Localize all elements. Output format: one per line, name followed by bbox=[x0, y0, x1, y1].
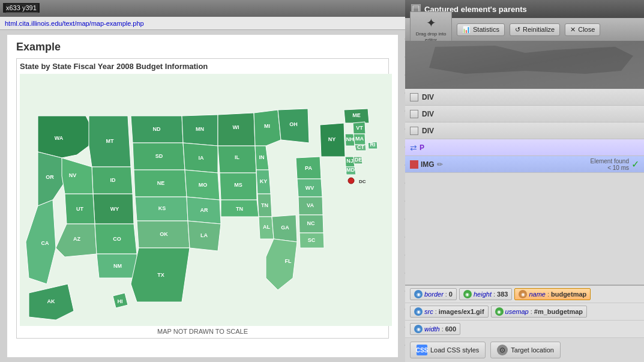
svg-text:DC: DC bbox=[359, 179, 366, 184]
svg-text:WA: WA bbox=[55, 135, 64, 141]
reinitialize-icon: ↺ bbox=[515, 26, 520, 34]
css-icon: CSS bbox=[417, 345, 427, 355]
attr-usemap[interactable]: ◉ usemap : #m_budgetmap bbox=[491, 306, 588, 318]
svg-text:MN: MN bbox=[196, 126, 204, 132]
dom-item-div3[interactable]: DIV bbox=[405, 122, 644, 139]
dom-tag-p: P bbox=[420, 143, 424, 152]
img-indicator bbox=[410, 160, 418, 169]
svg-text:MA: MA bbox=[355, 136, 364, 142]
map-thumbnail bbox=[405, 41, 644, 89]
map-heading: State by State Fiscal Year 2008 Budget I… bbox=[20, 62, 385, 71]
dom-checkbox-div2[interactable] bbox=[410, 110, 418, 118]
dom-checkbox-div3[interactable] bbox=[410, 127, 418, 135]
svg-text:UT: UT bbox=[76, 206, 83, 212]
svg-text:NM: NM bbox=[113, 263, 122, 269]
attrs-row-1: ◉ border : 0 ◉ height : 383 ◉ name : bud… bbox=[405, 286, 644, 303]
svg-text:MD: MD bbox=[346, 167, 355, 173]
dom-tag-div1: DIV bbox=[422, 93, 434, 101]
svg-text:WY: WY bbox=[110, 206, 119, 212]
svg-text:KS: KS bbox=[158, 205, 166, 211]
svg-text:AR: AR bbox=[200, 207, 208, 213]
url-bar: html.cita.illinois.edu/text/map/map-exam… bbox=[0, 17, 405, 30]
svg-text:MI: MI bbox=[264, 123, 270, 129]
svg-text:OH: OH bbox=[289, 121, 298, 127]
attr-name[interactable]: ◉ name : budgetmap bbox=[514, 288, 591, 300]
svg-text:NC: NC bbox=[307, 220, 315, 226]
pencil-icon: ✏ bbox=[437, 160, 443, 169]
attr-height-icon: ◉ bbox=[463, 290, 472, 298]
svg-text:MS: MS bbox=[234, 182, 242, 188]
svg-text:DE: DE bbox=[355, 157, 363, 163]
dom-tag-div3: DIV bbox=[422, 127, 434, 135]
attrs-row-2: ◉ src : images/ex1.gif ◉ usemap : #m_bud… bbox=[405, 303, 644, 321]
action-buttons: CSS Load CSS styles ⊙ Target location bbox=[405, 338, 644, 362]
page-content: Example State by State Fiscal Year 2008 … bbox=[0, 30, 405, 362]
svg-text:TN: TN bbox=[261, 202, 268, 208]
attr-height[interactable]: ◉ height : 383 bbox=[459, 288, 512, 300]
dom-tag-div2: DIV bbox=[422, 110, 434, 118]
inspector-panel: Captured element's parents ✦ Drag drop i… bbox=[405, 0, 644, 362]
target-location-button[interactable]: ⊙ Target location bbox=[490, 342, 561, 358]
svg-text:IA: IA bbox=[199, 155, 205, 161]
inspector-toolbar: ✦ Drag drop intoeditor 📊 Statistics ↺ Re… bbox=[405, 18, 644, 41]
svg-text:SD: SD bbox=[155, 153, 163, 159]
element-found-badge: Element found < 10 ms bbox=[591, 158, 630, 171]
attrs-row-3: ◉ width : 600 bbox=[405, 321, 644, 338]
svg-text:IN: IN bbox=[259, 154, 265, 160]
svg-text:NY: NY bbox=[328, 136, 336, 142]
map-section: State by State Fiscal Year 2008 Budget I… bbox=[16, 58, 389, 339]
page-title: Example bbox=[16, 41, 389, 53]
svg-text:OR: OR bbox=[46, 174, 54, 180]
svg-text:IL: IL bbox=[235, 154, 240, 160]
svg-text:FL: FL bbox=[285, 258, 292, 264]
svg-text:HI: HI bbox=[118, 298, 123, 304]
browser-panel: x633 y391 ✕ Close html.cita.illinois.edu… bbox=[0, 0, 405, 362]
svg-text:WI: WI bbox=[233, 124, 239, 130]
svg-text:WV: WV bbox=[305, 185, 314, 191]
svg-text:PA: PA bbox=[305, 165, 312, 171]
coord-display: x633 y391 bbox=[3, 3, 40, 13]
attr-border-icon: ◉ bbox=[414, 290, 423, 298]
dom-item-img[interactable]: IMG ✏ Element found < 10 ms ✓ bbox=[405, 156, 644, 173]
check-icon: ✓ bbox=[631, 158, 639, 170]
svg-text:CO: CO bbox=[113, 236, 121, 242]
map-scale-note: MAP NOT DRAWN TO SCALE bbox=[20, 328, 385, 335]
svg-text:ID: ID bbox=[110, 177, 116, 183]
attr-width[interactable]: ◉ width : 600 bbox=[410, 323, 460, 335]
svg-text:NJ: NJ bbox=[346, 158, 354, 164]
close-bar: ✕ Close bbox=[0, 0, 405, 17]
svg-text:VT: VT bbox=[356, 125, 363, 131]
svg-text:KY: KY bbox=[260, 178, 268, 184]
attr-name-icon: ◉ bbox=[519, 290, 527, 298]
attr-src[interactable]: ◉ src : images/ex1.gif bbox=[410, 306, 489, 318]
dom-tag-img: IMG bbox=[421, 160, 435, 169]
dc-marker bbox=[348, 178, 354, 184]
dom-item-div1[interactable]: DIV bbox=[405, 89, 644, 106]
svg-text:ND: ND bbox=[153, 126, 161, 132]
svg-text:NV: NV bbox=[69, 172, 77, 178]
arrow-icon: ⇄ bbox=[410, 143, 417, 152]
svg-text:TX: TX bbox=[157, 272, 164, 278]
load-css-button[interactable]: CSS Load CSS styles bbox=[410, 342, 486, 358]
attributes-section: ◉ border : 0 ◉ height : 383 ◉ name : bud… bbox=[405, 285, 644, 338]
attr-border[interactable]: ◉ border : 0 bbox=[410, 288, 457, 300]
svg-text:AZ: AZ bbox=[73, 236, 80, 242]
dom-item-div2[interactable]: DIV bbox=[405, 106, 644, 122]
reinitialize-button[interactable]: ↺ Reinitialize bbox=[510, 23, 560, 36]
attr-src-icon: ◉ bbox=[414, 307, 423, 316]
dom-checkbox-div1[interactable] bbox=[410, 93, 418, 101]
svg-text:NH: NH bbox=[346, 136, 354, 142]
dom-item-p[interactable]: ⇄ P bbox=[405, 139, 644, 156]
drag-drop-icon: ✦ bbox=[426, 16, 436, 30]
attr-usemap-icon: ◉ bbox=[495, 307, 504, 316]
svg-text:AK: AK bbox=[47, 298, 55, 304]
attr-width-icon: ◉ bbox=[414, 325, 423, 333]
target-icon: ⊙ bbox=[497, 345, 508, 355]
svg-text:NE: NE bbox=[157, 180, 165, 186]
inspector-close-button[interactable]: ✕ Close bbox=[565, 23, 600, 36]
thumbnail-image bbox=[405, 41, 644, 89]
svg-text:GA: GA bbox=[281, 225, 289, 231]
statistics-button[interactable]: 📊 Statistics bbox=[457, 23, 505, 36]
svg-text:RI: RI bbox=[370, 142, 376, 148]
close-icon: ✕ bbox=[570, 26, 576, 34]
